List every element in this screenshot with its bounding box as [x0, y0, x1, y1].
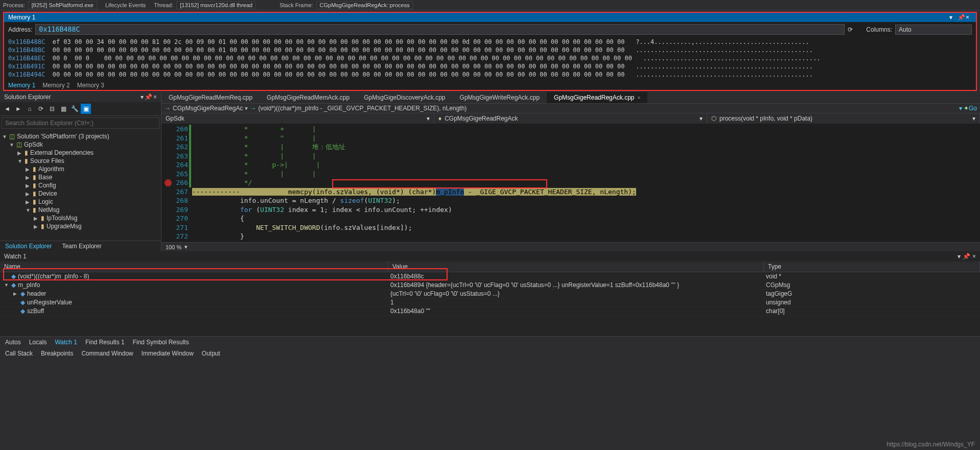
memory-panel: Memory 1 ▾ 📌 × Address: ⟳ Columns: Auto …: [3, 12, 977, 91]
folder-logic[interactable]: ▶▮Logic: [0, 198, 161, 206]
process-dropdown[interactable]: [8252] SoftPlatformd.exe: [28, 1, 97, 9]
tab-solution-explorer[interactable]: Solution Explorer: [0, 241, 57, 251]
project-gpsdk[interactable]: ▼◫GpSdk: [0, 140, 161, 149]
memory-title-text: Memory 1: [8, 14, 35, 21]
forward-icon[interactable]: ►: [13, 104, 24, 114]
watch-title-text: Watch 1: [4, 253, 27, 260]
scope-class[interactable]: ♦CGpMsgGigeReadRegAck▾: [434, 113, 707, 124]
folder-netmsg[interactable]: ▼▮NetMsg: [0, 206, 161, 214]
thread-dropdown[interactable]: [13152] msvcr120d.dll thread: [176, 1, 256, 9]
tab-locals[interactable]: Locals: [29, 339, 47, 346]
close-icon[interactable]: ×: [153, 93, 157, 101]
col-header-value[interactable]: Value: [388, 262, 764, 272]
tab-discoveryack[interactable]: GpMsgGigeDiscoveryAck.cpp: [357, 92, 452, 103]
col-header-type[interactable]: Type: [764, 262, 980, 272]
tab-readregack[interactable]: GpMsgGigeReadRegAck.cpp×: [547, 92, 647, 103]
scope-project[interactable]: GpSdk▾: [161, 113, 434, 124]
home-icon[interactable]: ⌂: [25, 104, 35, 114]
watch-row[interactable]: ▼ ◆ m_pInfo 0x116b4894 {header={ucTrl=0 …: [0, 281, 980, 290]
dropdown-icon[interactable]: ▾: [141, 93, 144, 101]
tab-memory-2[interactable]: Memory 2: [42, 82, 69, 89]
se-title-bar: Solution Explorer ▾ 📌 ×: [0, 92, 161, 102]
thread-label: Thread:: [154, 2, 173, 8]
tab-breakpoints[interactable]: Breakpoints: [41, 350, 73, 357]
tab-readmemreq[interactable]: GpMsgGigeReadMemReq.cpp: [161, 92, 260, 103]
editor-status-bar: 100 % ▾: [161, 242, 980, 251]
preview-icon[interactable]: ▣: [81, 104, 91, 114]
go-button[interactable]: ▾ ✦Go: [959, 105, 977, 112]
memory-address-row: Address: ⟳ Columns: Auto: [4, 22, 976, 37]
tab-memory-3[interactable]: Memory 3: [77, 82, 104, 89]
tab-call-stack[interactable]: Call Stack: [5, 350, 33, 357]
stackframe-dropdown[interactable]: CGpMsgGigeReadRegAck::process: [316, 1, 413, 9]
tab-team-explorer[interactable]: Team Explorer: [57, 241, 106, 251]
pin-icon[interactable]: 📌: [145, 93, 152, 101]
nav-back-icon[interactable]: →: [165, 105, 171, 112]
tab-find-results-1[interactable]: Find Results 1: [85, 339, 125, 346]
show-all-icon[interactable]: ▦: [58, 104, 68, 114]
tab-autos[interactable]: Autos: [5, 339, 21, 346]
tab-immediate-window[interactable]: Immediate Window: [142, 350, 194, 357]
col-header-name[interactable]: Name: [0, 262, 388, 272]
watch-row[interactable]: ◆ unRegisterValue 1 unsigned: [0, 298, 980, 307]
se-search-input[interactable]: [2, 117, 159, 129]
tab-readmemack[interactable]: GpMsgGigeReadMemAck.cpp: [260, 92, 357, 103]
watch-row[interactable]: ◆ (void*)((char*)m_pInfo - 8) 0x116b488c…: [0, 272, 980, 281]
folder-base[interactable]: ▶▮Base: [0, 173, 161, 181]
memory-hex-dump[interactable]: 0x116B488C ef 03 00 00 34 00 00 00 00 81…: [4, 37, 976, 81]
lifecycle-events-btn[interactable]: Lifecycle Events: [105, 2, 146, 8]
columns-dropdown[interactable]: Auto: [895, 25, 972, 35]
crumb-expression[interactable]: (void*)((char*)m_pInfo - _GIGE_GVCP_PACK…: [258, 105, 466, 112]
watch-row[interactable]: ◆ szBuff 0x116b48a0 "" char[0]: [0, 307, 980, 316]
folder-config[interactable]: ▶▮Config: [0, 181, 161, 190]
solution-node[interactable]: ▼◫Solution 'SoftPlatform' (3 projects): [0, 132, 161, 140]
address-input[interactable]: [35, 24, 845, 35]
tab-writeregack[interactable]: GpMsgGigeWriteRegAck.cpp: [453, 92, 547, 103]
watermark-url: https://blog.csdn.net/Windgs_YF: [886, 441, 975, 448]
folder-algorithm[interactable]: ▶▮Algorithm: [0, 165, 161, 173]
watch-title-bar: Watch 1 ▾ 📌 ×: [0, 251, 980, 262]
zoom-level[interactable]: 100 %: [166, 244, 181, 250]
watch-row[interactable]: ▶ ◆ header {ucTrl=0 '\0' ucFlag=0 '\0' u…: [0, 290, 980, 298]
tab-command-window[interactable]: Command Window: [81, 350, 133, 357]
solution-explorer: Solution Explorer ▾ 📌 × ◄ ► ⌂ ⟳ ⊟ ▦ 🔧 ▣ …: [0, 92, 161, 251]
editor-breadcrumb: → CGpMsgGigeReadRegAc ▾ → (void*)((char*…: [161, 103, 980, 113]
tab-find-symbol-results[interactable]: Find Symbol Results: [133, 339, 189, 346]
memory-tabs: Memory 1 Memory 2 Memory 3: [4, 81, 976, 90]
external-deps[interactable]: ▶▮External Dependencies: [0, 149, 161, 157]
scope-method[interactable]: ⬡process(void * pInfo, void * pData)▾: [707, 113, 980, 124]
tab-memory-1[interactable]: Memory 1: [8, 82, 35, 89]
folder-upgrademsg[interactable]: ▶▮UpgradeMsg: [0, 222, 161, 230]
debug-bottom-tabs-2: Call Stack Breakpoints Command Window Im…: [0, 348, 980, 359]
close-icon[interactable]: ×: [972, 253, 976, 260]
dropdown-icon[interactable]: ▾: [958, 253, 961, 260]
watch-columns-header: Name Value Type: [0, 262, 980, 272]
se-tree[interactable]: ▼◫Solution 'SoftPlatform' (3 projects) ▼…: [0, 130, 161, 241]
collapse-icon[interactable]: ⊟: [47, 104, 57, 114]
folder-iptoolsmsg[interactable]: ▶▮IpToolsMsg: [0, 214, 161, 222]
stackframe-label: Stack Frame:: [279, 2, 313, 8]
refresh-icon[interactable]: ⟳: [36, 104, 46, 114]
se-title-text: Solution Explorer: [4, 93, 51, 101]
editor-scope-dropdowns: GpSdk▾ ♦CGpMsgGigeReadRegAck▾ ⬡process(v…: [161, 113, 980, 124]
back-icon[interactable]: ◄: [2, 104, 12, 114]
tab-output[interactable]: Output: [202, 350, 220, 357]
breakpoint-icon[interactable]: [165, 179, 172, 186]
code-editor[interactable]: 260261262263264265266267268269270271272 …: [161, 124, 980, 242]
folder-device[interactable]: ▶▮Device: [0, 190, 161, 198]
se-toolbar: ◄ ► ⌂ ⟳ ⊟ ▦ 🔧 ▣: [0, 102, 161, 116]
source-files[interactable]: ▼▮Source Files: [0, 157, 161, 165]
se-bottom-tabs: Solution Explorer Team Explorer: [0, 241, 161, 251]
close-icon[interactable]: ×: [966, 14, 972, 20]
tab-watch-1[interactable]: Watch 1: [55, 339, 77, 346]
pin-icon[interactable]: 📌: [963, 253, 970, 260]
zoom-dropdown-icon[interactable]: ▾: [184, 244, 188, 250]
crumb-class[interactable]: CGpMsgGigeReadRegAc: [173, 105, 243, 112]
pin-icon[interactable]: 📌: [958, 14, 964, 20]
refresh-icon[interactable]: ⟳: [848, 26, 853, 33]
close-tab-icon[interactable]: ×: [637, 95, 640, 101]
dropdown-icon[interactable]: ▾: [949, 14, 955, 20]
watch-rows[interactable]: ◆ (void*)((char*)m_pInfo - 8) 0x116b488c…: [0, 272, 980, 316]
code-lines[interactable]: * + | * ^ | * | 堆：低地址 * | | * p->| | * |…: [192, 124, 980, 242]
properties-icon[interactable]: 🔧: [69, 104, 80, 114]
